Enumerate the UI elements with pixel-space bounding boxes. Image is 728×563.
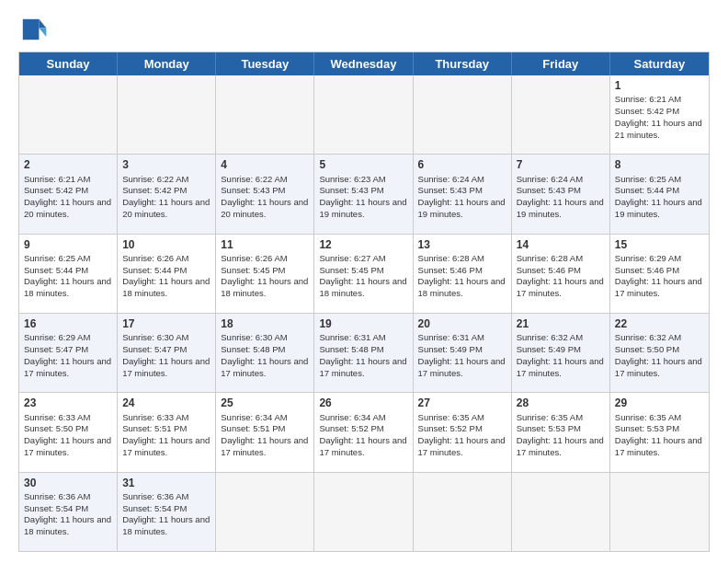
sunset-text: Sunset: 5:47 PM bbox=[122, 344, 187, 354]
sunrise-text: Sunrise: 6:24 AM bbox=[517, 174, 583, 184]
sunrise-text: Sunrise: 6:35 AM bbox=[418, 412, 484, 422]
sunrise-text: Sunrise: 6:23 AM bbox=[319, 174, 385, 184]
calendar-cell: 8Sunrise: 6:25 AMSunset: 5:44 PMDaylight… bbox=[610, 155, 709, 233]
sunset-text: Sunset: 5:51 PM bbox=[221, 423, 285, 433]
sunrise-text: Sunrise: 6:31 AM bbox=[418, 332, 484, 342]
sunrise-text: Sunrise: 6:26 AM bbox=[122, 253, 188, 263]
calendar-cell: 24Sunrise: 6:33 AMSunset: 5:51 PMDayligh… bbox=[118, 393, 216, 471]
sunrise-text: Sunrise: 6:32 AM bbox=[517, 332, 583, 342]
calendar-cell: 30Sunrise: 6:36 AMSunset: 5:54 PMDayligh… bbox=[19, 473, 118, 551]
sunrise-text: Sunrise: 6:33 AM bbox=[24, 412, 90, 422]
day-number: 8 bbox=[615, 157, 704, 172]
sunset-text: Sunset: 5:43 PM bbox=[418, 185, 483, 195]
calendar-week-2: 2Sunrise: 6:21 AMSunset: 5:42 PMDaylight… bbox=[19, 154, 709, 233]
sunrise-text: Sunrise: 6:30 AM bbox=[122, 332, 188, 342]
day-number: 9 bbox=[24, 237, 112, 252]
daylight-text: Daylight: 11 hours and 17 minutes. bbox=[319, 356, 406, 378]
calendar-cell: 7Sunrise: 6:24 AMSunset: 5:43 PMDaylight… bbox=[512, 155, 610, 233]
sunset-text: Sunset: 5:53 PM bbox=[517, 423, 581, 433]
calendar-week-6: 30Sunrise: 6:36 AMSunset: 5:54 PMDayligh… bbox=[19, 472, 709, 551]
calendar-week-3: 9Sunrise: 6:25 AMSunset: 5:44 PMDaylight… bbox=[19, 234, 709, 313]
sunrise-text: Sunrise: 6:28 AM bbox=[517, 253, 583, 263]
day-number: 4 bbox=[221, 157, 309, 172]
page: SundayMondayTuesdayWednesdayThursdayFrid… bbox=[0, 0, 728, 563]
daylight-text: Daylight: 11 hours and 19 minutes. bbox=[517, 197, 604, 219]
day-number: 10 bbox=[122, 237, 210, 252]
daylight-text: Daylight: 11 hours and 19 minutes. bbox=[418, 197, 506, 219]
calendar-cell bbox=[314, 75, 413, 154]
calendar-body: 1Sunrise: 6:21 AMSunset: 5:42 PMDaylight… bbox=[19, 75, 709, 551]
daylight-text: Daylight: 11 hours and 17 minutes. bbox=[319, 435, 406, 457]
daylight-text: Daylight: 11 hours and 20 minutes. bbox=[122, 197, 210, 219]
daylight-text: Daylight: 11 hours and 18 minutes. bbox=[122, 514, 210, 536]
day-number: 12 bbox=[319, 237, 407, 252]
calendar-cell: 31Sunrise: 6:36 AMSunset: 5:54 PMDayligh… bbox=[118, 473, 216, 551]
day-number: 22 bbox=[615, 316, 704, 331]
daylight-text: Daylight: 11 hours and 17 minutes. bbox=[122, 435, 210, 457]
daylight-text: Daylight: 11 hours and 18 minutes. bbox=[221, 276, 308, 298]
daylight-text: Daylight: 11 hours and 17 minutes. bbox=[24, 435, 111, 457]
sunrise-text: Sunrise: 6:25 AM bbox=[24, 253, 90, 263]
calendar-cell: 22Sunrise: 6:32 AMSunset: 5:50 PMDayligh… bbox=[610, 314, 709, 392]
calendar-cell: 25Sunrise: 6:34 AMSunset: 5:51 PMDayligh… bbox=[216, 393, 314, 471]
header-day-sunday: Sunday bbox=[19, 52, 118, 75]
sunset-text: Sunset: 5:42 PM bbox=[24, 185, 88, 195]
calendar-cell bbox=[414, 75, 512, 154]
sunrise-text: Sunrise: 6:36 AM bbox=[122, 491, 188, 501]
day-number: 26 bbox=[319, 396, 407, 410]
daylight-text: Daylight: 11 hours and 18 minutes. bbox=[24, 276, 111, 298]
header-day-tuesday: Tuesday bbox=[216, 52, 314, 75]
sunrise-text: Sunrise: 6:35 AM bbox=[615, 412, 681, 422]
sunset-text: Sunset: 5:44 PM bbox=[24, 265, 88, 275]
sunset-text: Sunset: 5:48 PM bbox=[319, 344, 383, 354]
calendar-cell: 29Sunrise: 6:35 AMSunset: 5:53 PMDayligh… bbox=[610, 393, 709, 471]
calendar-cell: 9Sunrise: 6:25 AMSunset: 5:44 PMDaylight… bbox=[19, 235, 118, 313]
calendar-cell: 19Sunrise: 6:31 AMSunset: 5:48 PMDayligh… bbox=[314, 314, 413, 392]
sunset-text: Sunset: 5:42 PM bbox=[122, 185, 187, 195]
calendar-cell: 14Sunrise: 6:28 AMSunset: 5:46 PMDayligh… bbox=[512, 235, 610, 313]
calendar-cell: 11Sunrise: 6:26 AMSunset: 5:45 PMDayligh… bbox=[216, 235, 314, 313]
day-number: 3 bbox=[122, 157, 210, 172]
sunset-text: Sunset: 5:53 PM bbox=[615, 423, 679, 433]
svg-marker-1 bbox=[39, 28, 46, 37]
day-number: 6 bbox=[418, 157, 506, 172]
sunrise-text: Sunrise: 6:21 AM bbox=[24, 174, 90, 184]
calendar-cell bbox=[512, 75, 610, 154]
sunrise-text: Sunrise: 6:29 AM bbox=[615, 253, 681, 263]
daylight-text: Daylight: 11 hours and 18 minutes. bbox=[122, 276, 210, 298]
daylight-text: Daylight: 11 hours and 17 minutes. bbox=[615, 276, 702, 298]
sunset-text: Sunset: 5:43 PM bbox=[319, 185, 383, 195]
daylight-text: Daylight: 11 hours and 21 minutes. bbox=[615, 118, 702, 140]
sunset-text: Sunset: 5:45 PM bbox=[319, 265, 383, 275]
day-number: 18 bbox=[221, 316, 309, 331]
sunset-text: Sunset: 5:46 PM bbox=[418, 265, 483, 275]
calendar-cell: 3Sunrise: 6:22 AMSunset: 5:42 PMDaylight… bbox=[118, 155, 216, 233]
calendar-cell: 13Sunrise: 6:28 AMSunset: 5:46 PMDayligh… bbox=[414, 235, 512, 313]
sunrise-text: Sunrise: 6:22 AM bbox=[221, 174, 287, 184]
day-number: 25 bbox=[221, 396, 309, 410]
daylight-text: Daylight: 11 hours and 17 minutes. bbox=[517, 356, 604, 378]
svg-rect-2 bbox=[23, 19, 40, 40]
day-number: 17 bbox=[122, 316, 210, 331]
day-number: 1 bbox=[615, 78, 704, 93]
calendar-cell: 4Sunrise: 6:22 AMSunset: 5:43 PMDaylight… bbox=[216, 155, 314, 233]
daylight-text: Daylight: 11 hours and 17 minutes. bbox=[615, 356, 702, 378]
header-day-friday: Friday bbox=[512, 52, 610, 75]
sunset-text: Sunset: 5:47 PM bbox=[24, 344, 88, 354]
daylight-text: Daylight: 11 hours and 17 minutes. bbox=[24, 356, 111, 378]
calendar: SundayMondayTuesdayWednesdayThursdayFrid… bbox=[18, 52, 710, 552]
header-day-monday: Monday bbox=[118, 52, 216, 75]
day-number: 30 bbox=[24, 476, 112, 490]
daylight-text: Daylight: 11 hours and 17 minutes. bbox=[615, 435, 702, 457]
calendar-cell: 12Sunrise: 6:27 AMSunset: 5:45 PMDayligh… bbox=[314, 235, 413, 313]
sunset-text: Sunset: 5:46 PM bbox=[615, 265, 679, 275]
day-number: 20 bbox=[418, 316, 506, 331]
daylight-text: Daylight: 11 hours and 19 minutes. bbox=[319, 197, 406, 219]
sunset-text: Sunset: 5:54 PM bbox=[122, 503, 187, 513]
daylight-text: Daylight: 11 hours and 17 minutes. bbox=[418, 356, 506, 378]
calendar-cell: 6Sunrise: 6:24 AMSunset: 5:43 PMDaylight… bbox=[414, 155, 512, 233]
sunset-text: Sunset: 5:46 PM bbox=[517, 265, 581, 275]
sunrise-text: Sunrise: 6:22 AM bbox=[122, 174, 188, 184]
sunrise-text: Sunrise: 6:26 AM bbox=[221, 253, 287, 263]
daylight-text: Daylight: 11 hours and 20 minutes. bbox=[24, 197, 111, 219]
